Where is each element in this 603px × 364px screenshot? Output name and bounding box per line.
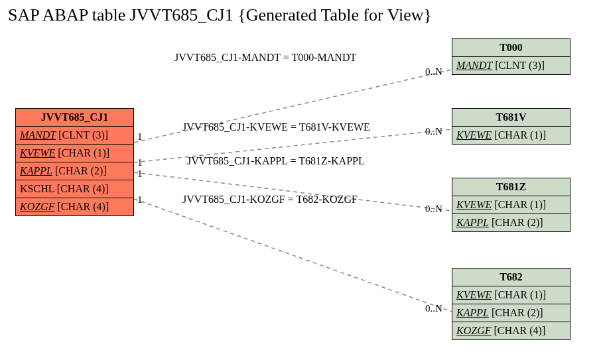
cardinality-to: 0..N (425, 126, 442, 137)
relation-label: JVVT685_CJ1-KAPPL = T681Z-KAPPL (187, 155, 365, 167)
entity-header: T682 (452, 269, 570, 286)
cardinality-to: 0..N (425, 303, 442, 314)
relation-label: JVVT685_CJ1-MANDT = T000-MANDT (174, 52, 356, 64)
entity-t000: T000 MANDT [CLNT (3)] (452, 38, 570, 75)
relation-label: JVVT685_CJ1-KOZGF = T682-KOZGF (182, 194, 358, 206)
entity-header: JVVT685_CJ1 (16, 109, 133, 127)
entity-field: KOZGF [CHAR (4)] (452, 322, 570, 339)
relation-label: JVVT685_CJ1-KVEWE = T681V-KVEWE (182, 121, 370, 133)
entity-header: T000 (452, 39, 570, 57)
entity-field: KSCHL [CHAR (4)] (16, 180, 133, 198)
entity-jvvt685-cj1: JVVT685_CJ1 MANDT [CLNT (3)] KVEWE [CHAR… (15, 108, 134, 216)
cardinality-from: 1 (137, 157, 143, 168)
entity-field: KAPPL [CHAR (2)] (452, 214, 570, 231)
svg-line-3 (134, 199, 452, 312)
entity-field: KAPPL [CHAR (2)] (452, 304, 570, 322)
diagram-title: SAP ABAP table JVVT685_CJ1 {Generated Ta… (8, 5, 432, 25)
cardinality-from: 1 (137, 131, 143, 143)
entity-t681v: T681V KVEWE [CHAR (1)] (452, 108, 570, 145)
entity-field: KVEWE [CHAR (1)] (452, 127, 570, 144)
entity-header: T681Z (452, 178, 570, 196)
cardinality-to: 0..N (425, 66, 442, 78)
entity-header: T681V (452, 109, 570, 127)
entity-field: MANDT [CLNT (3)] (452, 57, 570, 74)
cardinality-to: 0..N (425, 204, 442, 215)
diagram-canvas: SAP ABAP table JVVT685_CJ1 {Generated Ta… (0, 0, 603, 364)
cardinality-from: 1 (137, 194, 143, 206)
entity-t681z: T681Z KVEWE [CHAR (1)] KAPPL [CHAR (2)] (452, 178, 570, 232)
entity-field: KOZGF [CHAR (4)] (16, 198, 133, 215)
entity-field: MANDT [CLNT (3)] (16, 127, 133, 145)
entity-field: KAPPL [CHAR (2)] (16, 162, 133, 180)
cardinality-from: 1 (137, 168, 143, 180)
entity-field: KVEWE [CHAR (1)] (452, 286, 570, 304)
entity-field: KVEWE [CHAR (1)] (452, 196, 570, 214)
entity-field: KVEWE [CHAR (1)] (16, 145, 133, 162)
entity-t682: T682 KVEWE [CHAR (1)] KAPPL [CHAR (2)] K… (452, 268, 570, 340)
